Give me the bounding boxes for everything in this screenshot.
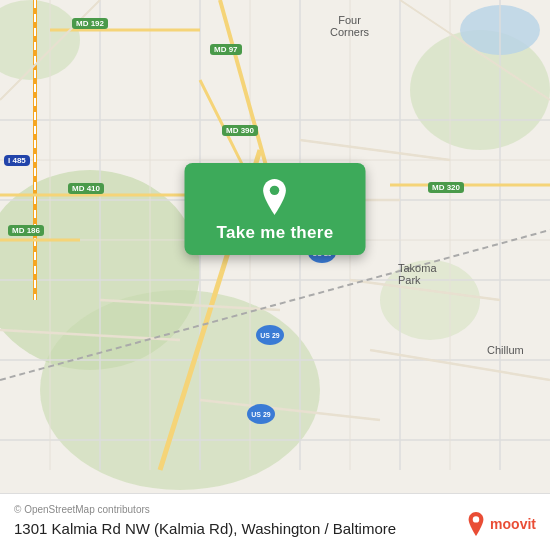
shield-label: MD 192 [72,18,108,29]
shield-label: I 485 [4,155,30,166]
bottom-bar: © OpenStreetMap contributors 1301 Kalmia… [0,493,550,551]
svg-point-2 [40,290,320,490]
take-me-there-container[interactable]: Take me there [185,163,366,255]
take-me-there-button[interactable]: Take me there [185,163,366,255]
shield-us29c: US 29 [247,404,275,424]
moovit-pin-icon [466,512,486,536]
shield-md192: MD 192 [72,18,108,29]
shield-i485: I 485 [4,155,30,166]
shield-md320: MD 320 [428,182,464,193]
svg-point-43 [270,186,279,195]
moovit-logo: moovit [466,512,536,536]
map-pin-icon [259,179,291,215]
svg-point-44 [473,516,479,522]
shield-md410: MD 410 [68,183,104,194]
shield-label: US 29 [256,325,284,345]
shield-label: US 29 [247,404,275,424]
shield-label: MD 97 [210,44,242,55]
map-container: MD 192 MD 97 MD 390 MD 410 MD 186 I 485 … [0,0,550,550]
shield-md97: MD 97 [210,44,242,55]
shield-label: MD 320 [428,182,464,193]
shield-label: MD 186 [8,225,44,236]
shield-label: MD 410 [68,183,104,194]
shield-label: MD 390 [222,125,258,136]
shield-md186: MD 186 [8,225,44,236]
label-chillum: Chillum [487,344,524,356]
take-me-there-label: Take me there [217,223,334,243]
moovit-label: moovit [490,516,536,532]
map-attribution: © OpenStreetMap contributors [14,504,536,515]
roads-layer [0,0,550,550]
label-four-corners: FourCorners [330,14,369,38]
shield-md390: MD 390 [222,125,258,136]
address-label: 1301 Kalmia Rd NW (Kalmia Rd), Washingto… [14,519,396,539]
label-takoma-park: TakomaPark [398,262,437,286]
shield-us29b: US 29 [256,325,284,345]
